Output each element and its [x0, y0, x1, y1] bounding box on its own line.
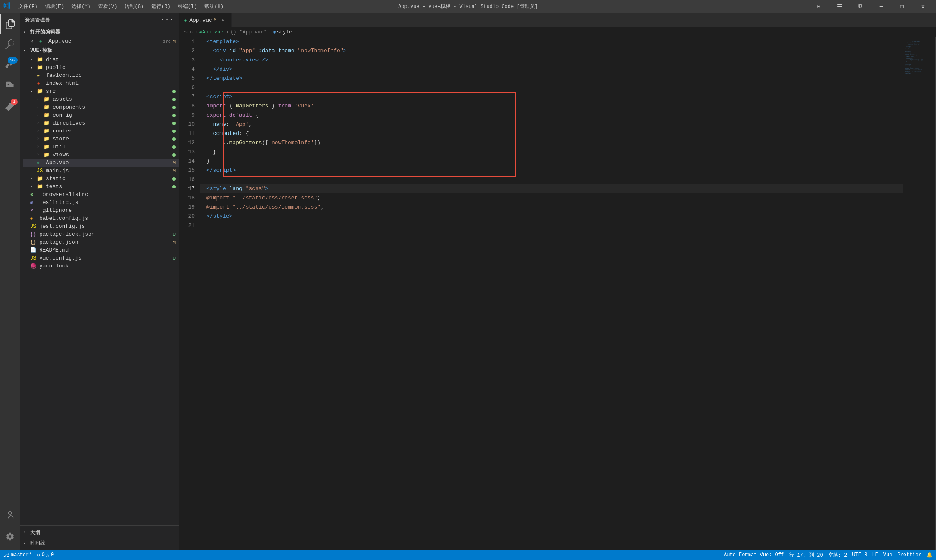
file-readme[interactable]: 📄 README.md	[23, 246, 179, 254]
file-favicon[interactable]: ★ favicon.ico	[23, 71, 179, 79]
sidebar-more-btn[interactable]: ···	[160, 16, 174, 23]
status-right: Auto Format Vue: Off 行 17, 列 20 空格: 2 UT…	[724, 552, 933, 559]
folder-directives[interactable]: › 📁 directives	[23, 119, 179, 127]
status-notifications[interactable]: 🔔	[926, 552, 933, 558]
titlebar-menu[interactable]: 文件(F) 编辑(E) 选择(Y) 查看(V) 转到(G) 运行(R) 终端(I…	[15, 2, 227, 11]
menu-view[interactable]: 查看(V)	[95, 2, 121, 11]
token-div-close: </div>	[206, 65, 232, 74]
status-position[interactable]: 行 17, 列 20	[789, 552, 823, 559]
activity-search[interactable]	[0, 34, 20, 54]
folder-store[interactable]: › 📁 store	[23, 135, 179, 143]
folder-dist[interactable]: › 📁 dist	[23, 56, 179, 64]
line-num-20: 20	[179, 212, 195, 221]
token-common-path: "../static/css/common.scss"	[232, 203, 320, 212]
menu-file[interactable]: 文件(F)	[15, 2, 41, 11]
file-index-html[interactable]: ◈ index.html	[23, 79, 179, 87]
file-mainjs[interactable]: JS main.js M	[23, 167, 179, 175]
folder-util[interactable]: › 📁 util	[23, 143, 179, 151]
folder-public[interactable]: ▾ 📁 public	[23, 64, 179, 71]
chevron-down-icon: ▾	[23, 30, 30, 35]
status-errors[interactable]: ⊙ 0 △ 0	[37, 552, 54, 558]
file-jest[interactable]: JS jest.config.js	[23, 222, 179, 230]
folder-icon: 📁	[37, 56, 44, 63]
outline-panel[interactable]: › 大纲	[20, 527, 179, 538]
activity-run[interactable]	[0, 74, 20, 94]
split-editor-btn[interactable]: ⧉	[851, 0, 870, 13]
token-data-theme: :data-theme	[255, 46, 295, 56]
tab-close-btn[interactable]: ✕	[220, 17, 226, 23]
status-encoding[interactable]: UTF-8	[852, 552, 867, 558]
file-babel[interactable]: ◈ babel.config.js	[23, 214, 179, 222]
file-gitignore[interactable]: ⚬ .gitignore	[23, 206, 179, 214]
html-icon: ◈	[37, 80, 44, 87]
json-icon: {}	[30, 239, 38, 245]
status-spaces[interactable]: 空格: 2	[828, 552, 847, 559]
status-formatter[interactable]: Prettier	[897, 552, 921, 558]
menu-edit[interactable]: 编辑(E)	[42, 2, 68, 11]
folder-config[interactable]: › 📁 config	[23, 111, 179, 119]
section-project[interactable]: ▾ VUE-模板	[20, 45, 179, 56]
code-content[interactable]: <template> <div id="app" :data-theme="no…	[200, 37, 903, 550]
toggle-sidebar-btn[interactable]: ☰	[830, 0, 849, 13]
file-package-lock[interactable]: {} package-lock.json U	[23, 230, 179, 238]
chevron-right-timeline: ›	[23, 541, 30, 545]
file-appvue[interactable]: ◈ App.vue M	[23, 159, 179, 167]
menu-terminal[interactable]: 终端(I)	[175, 2, 201, 11]
tab-modified-indicator: M	[214, 18, 216, 23]
activity-account[interactable]	[0, 505, 20, 525]
token-script-close: </script>	[206, 166, 236, 175]
folder-assets[interactable]: › 📁 assets	[23, 95, 179, 103]
activity-extensions[interactable]: 1	[0, 96, 20, 116]
status-branch[interactable]: ⎇ master*	[3, 552, 32, 558]
status-bar: ⎇ master* ⊙ 0 △ 0 Auto Format Vue: Off 行…	[0, 550, 936, 560]
menu-help[interactable]: 帮助(H)	[201, 2, 227, 11]
folder-util-icon: 📁	[43, 144, 51, 150]
close-icon[interactable]: ✕	[30, 38, 38, 44]
maximize-btn[interactable]: ❐	[893, 0, 912, 13]
code-line-21	[200, 221, 903, 230]
folder-router-icon: 📁	[43, 128, 51, 134]
appvue-badge: M	[173, 160, 176, 165]
timeline-panel[interactable]: › 时间线	[20, 538, 179, 548]
menu-select[interactable]: 选择(Y)	[68, 2, 94, 11]
customize-layout-btn[interactable]: ⊟	[809, 0, 828, 13]
spaces-label: 空格: 2	[828, 552, 847, 559]
activity-source-control[interactable]: 247	[0, 54, 20, 74]
folder-router[interactable]: › 📁 router	[23, 127, 179, 135]
folder-src[interactable]: ▾ 📁 src	[23, 87, 179, 95]
section-open-editors[interactable]: ▾ 打开的编辑器	[20, 27, 179, 37]
open-editor-appvue[interactable]: ✕ ◈ App.vue src M	[23, 37, 179, 45]
minimize-btn[interactable]: —	[872, 0, 891, 13]
folder-util-label: util	[53, 144, 172, 150]
folder-components[interactable]: › 📁 components	[23, 103, 179, 111]
babel-label: babel.config.js	[39, 215, 176, 221]
vueconfig-label: vue.config.js	[39, 255, 171, 261]
breadcrumb-src[interactable]: src	[184, 29, 193, 35]
file-package-json[interactable]: {} package.json M	[23, 238, 179, 246]
activity-explorer[interactable]	[0, 14, 20, 34]
menu-run[interactable]: 运行(R)	[148, 2, 174, 11]
breadcrumb-script-obj[interactable]: {} "App.vue"	[231, 29, 267, 35]
breadcrumb-appvue-label[interactable]: App.vue	[202, 29, 223, 35]
breadcrumb-appvue[interactable]: ◈	[199, 29, 202, 35]
activity-bar: 247 1	[0, 13, 20, 550]
status-eol[interactable]: LF	[872, 552, 878, 558]
status-language[interactable]: Vue	[883, 552, 893, 558]
tab-filename: App.vue	[189, 17, 212, 23]
folder-static[interactable]: › 📁 static	[23, 175, 179, 183]
file-eslintrc[interactable]: ◉ .eslintrc.js	[23, 199, 179, 206]
breadcrumb-style-icon[interactable]: ◉	[273, 29, 276, 35]
folder-tests[interactable]: › 📁 tests	[23, 183, 179, 191]
status-auto-format[interactable]: Auto Format Vue: Off	[724, 552, 784, 558]
file-yarn[interactable]: 🧶 yarn.lock	[23, 262, 179, 270]
file-vue-config[interactable]: JS vue.config.js U	[23, 254, 179, 262]
close-btn[interactable]: ✕	[913, 0, 933, 13]
breadcrumb-style[interactable]: style	[277, 29, 292, 35]
tab-appvue[interactable]: ◈ App.vue M ✕	[179, 13, 232, 27]
chevron-down-icon-3: ▾	[30, 65, 37, 70]
folder-views[interactable]: › 📁 views	[23, 151, 179, 159]
file-browserslistrc[interactable]: ⚙ .browserslistrc	[23, 191, 179, 199]
menu-goto[interactable]: 转到(G)	[121, 2, 147, 11]
token-style-close: </style>	[206, 212, 232, 221]
activity-settings[interactable]	[0, 527, 20, 547]
